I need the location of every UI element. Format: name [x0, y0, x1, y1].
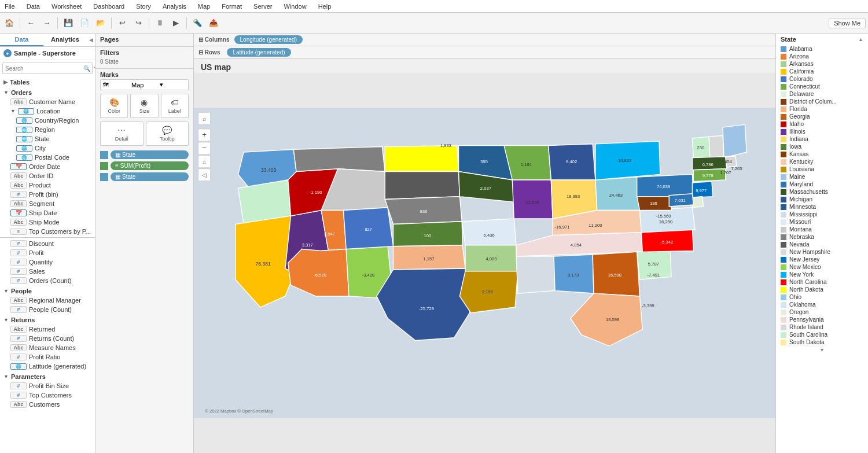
tab-analytics[interactable]: Analytics — [43, 34, 87, 46]
field-top-customers[interactable]: ≡ Top Customers by P... — [0, 227, 95, 236]
collapse-panel-btn[interactable]: ◀ — [87, 34, 95, 46]
field-segment[interactable]: Abc Segment — [0, 199, 95, 208]
filter-icon[interactable]: ▼ — [93, 63, 95, 73]
legend-south-dakota[interactable]: South Dakota — [776, 338, 868, 346]
size-btn[interactable]: ◉ Size — [130, 94, 158, 118]
state-me[interactable] — [723, 124, 746, 157]
highlight-btn[interactable]: 🔦 — [190, 16, 204, 30]
field-returned[interactable]: Abc Returned — [0, 325, 95, 334]
state-nh[interactable] — [709, 135, 724, 157]
map-search-icon[interactable]: ⌕ — [203, 115, 207, 122]
menu-file[interactable]: File — [2, 2, 17, 11]
field-order-id[interactable]: Abc Order ID — [0, 171, 95, 181]
legend-colorado[interactable]: Colorado — [776, 75, 868, 83]
marks-row-state[interactable]: ▦ State — [100, 149, 189, 160]
run-btn[interactable]: ▶ — [169, 16, 183, 30]
state-mt[interactable] — [293, 147, 385, 172]
forward-btn[interactable]: → — [40, 16, 54, 30]
legend-illinois[interactable]: Illinois — [776, 128, 868, 135]
redo-btn[interactable]: ↪ — [131, 16, 145, 30]
arrow-map-icon[interactable]: ◁ — [202, 172, 207, 178]
legend-indiana[interactable]: Indiana — [776, 135, 868, 143]
legend-ohio[interactable]: Ohio — [776, 293, 868, 301]
legend-iowa[interactable]: Iowa — [776, 143, 868, 150]
field-state[interactable]: 🌐 State — [0, 134, 95, 143]
pause-btn[interactable]: ⏸ — [153, 16, 167, 30]
legend-connecticut[interactable]: Connecticut — [776, 83, 868, 90]
legend-north-carolina[interactable]: North Carolina — [776, 278, 868, 286]
menu-dashboard[interactable]: Dashboard — [91, 2, 127, 11]
field-ship-date[interactable]: 📅 Ship Date — [0, 208, 95, 218]
label-btn[interactable]: 🏷 Label — [161, 94, 189, 118]
field-measure-names[interactable]: Abc Measure Names — [0, 343, 95, 352]
back-btn[interactable]: ← — [24, 16, 38, 30]
field-profit-bin-size[interactable]: # Profit Bin Size — [0, 381, 95, 391]
tables-header[interactable]: ▶ Tables — [0, 76, 95, 87]
legend-scroll-down[interactable]: ▼ — [776, 346, 868, 354]
field-orders-count[interactable]: # Orders (Count) — [0, 276, 95, 285]
legend-kentucky[interactable]: Kentucky — [776, 158, 868, 165]
field-order-date[interactable]: 📅 Order Date — [0, 162, 95, 171]
menu-map[interactable]: Map — [196, 2, 212, 11]
longitude-pill[interactable]: Longitude (generated) — [234, 35, 303, 44]
marks-type-select[interactable]: 🗺 Map ▾ — [100, 79, 189, 90]
field-profit-ratio[interactable]: # Profit Ratio — [0, 352, 95, 362]
legend-district[interactable]: District of Colum... — [776, 98, 868, 105]
field-regional-manager[interactable]: Abc Regional Manager — [0, 296, 95, 305]
open-btn[interactable]: 📂 — [94, 16, 108, 30]
latitude-pill[interactable]: Latitude (generated) — [227, 48, 290, 57]
legend-minnesota[interactable]: Minnesota — [776, 203, 868, 211]
new-btn[interactable]: 📄 — [78, 16, 91, 30]
search-input[interactable] — [3, 64, 81, 73]
state-ms[interactable] — [516, 256, 555, 293]
home-btn[interactable]: 🏠 — [2, 16, 16, 30]
field-customer-name[interactable]: Abc Customer Name — [0, 97, 95, 106]
legend-north-dakota[interactable]: North Dakota — [776, 286, 868, 293]
field-people-count[interactable]: # People (Count) — [0, 305, 95, 314]
field-region[interactable]: 🌐 Region — [0, 125, 95, 134]
field-discount[interactable]: # Discount — [0, 239, 95, 248]
field-profit-bin[interactable]: # Profit (bin) — [0, 190, 95, 199]
field-postal[interactable]: 🌐 Postal Code — [0, 153, 95, 162]
menu-format[interactable]: Format — [219, 2, 244, 11]
legend-oklahoma[interactable]: Oklahoma — [776, 301, 868, 308]
datasource-item[interactable]: ● Sample - Superstore — [0, 47, 95, 60]
state-sd[interactable] — [385, 172, 459, 200]
show-me-btn[interactable]: Show Me — [829, 18, 866, 28]
legend-new-mexico[interactable]: New Mexico — [776, 263, 868, 271]
menu-worksheet[interactable]: Worksheet — [49, 2, 84, 11]
field-quantity[interactable]: # Quantity — [0, 257, 95, 267]
zoom-in-icon[interactable]: + — [202, 130, 207, 139]
tooltip-btn[interactable]: 💬 Tooltip — [146, 121, 189, 146]
legend-oregon[interactable]: Oregon — [776, 308, 868, 316]
legend-florida[interactable]: Florida — [776, 105, 868, 113]
legend-california[interactable]: California — [776, 68, 868, 75]
legend-maryland[interactable]: Maryland — [776, 181, 868, 188]
undo-btn[interactable]: ↩ — [115, 16, 129, 30]
legend-louisiana[interactable]: Louisiana — [776, 165, 868, 173]
detail-btn[interactable]: ⋯ Detail — [100, 121, 144, 146]
menu-analysis[interactable]: Analysis — [160, 2, 189, 11]
legend-arkansas[interactable]: Arkansas — [776, 60, 868, 68]
orders-section[interactable]: ▼ Orders — [0, 87, 95, 97]
legend-pennsylvania[interactable]: Pennsylvania — [776, 316, 868, 323]
field-profit[interactable]: # Profit — [0, 248, 95, 257]
zoom-out-icon[interactable]: − — [202, 143, 207, 152]
menu-story[interactable]: Story — [134, 2, 153, 11]
menu-help[interactable]: Help — [316, 2, 334, 11]
field-ship-mode[interactable]: Abc Ship Mode — [0, 218, 95, 227]
color-btn[interactable]: 🎨 Color — [100, 94, 128, 118]
people-section[interactable]: ▼ People — [0, 285, 95, 296]
legend-georgia[interactable]: Georgia — [776, 113, 868, 120]
legend-mississippi[interactable]: Mississippi — [776, 211, 868, 218]
legend-maine[interactable]: Maine — [776, 173, 868, 181]
state-nd[interactable] — [385, 146, 458, 172]
field-customers-bottom[interactable]: Abc Customers — [0, 400, 95, 409]
field-product[interactable]: Abc Product — [0, 181, 95, 190]
legend-south-carolina[interactable]: South Carolina — [776, 331, 868, 338]
marks-row-state2[interactable]: ▦ State — [100, 171, 189, 182]
returns-section[interactable]: ▼ Returns — [0, 314, 95, 325]
field-returns-count[interactable]: # Returns (Count) — [0, 334, 95, 343]
parameters-section[interactable]: ▼ Parameters — [0, 371, 95, 381]
legend-delaware[interactable]: Delaware — [776, 90, 868, 98]
